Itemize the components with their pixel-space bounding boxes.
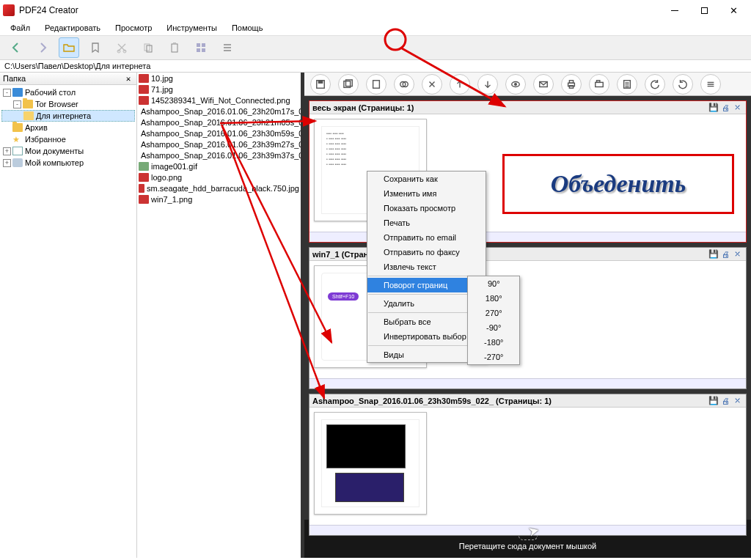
doc-print-icon[interactable]: 🖨 <box>719 395 731 407</box>
tree-node[interactable]: Для интернета <box>1 110 135 122</box>
menu-help[interactable]: Помощь <box>224 22 271 34</box>
context-item[interactable]: Извлечь текст <box>367 259 486 274</box>
save-all-icon[interactable] <box>338 74 359 95</box>
doc-close-icon[interactable]: ⤫ <box>731 102 743 114</box>
move-down-icon[interactable] <box>477 74 498 95</box>
context-item[interactable]: Отправить по email <box>367 230 486 245</box>
fax-icon[interactable] <box>589 74 609 95</box>
merge-icon[interactable] <box>394 74 414 95</box>
file-row[interactable]: image001.gif <box>137 161 301 172</box>
rotate-option[interactable]: 180° <box>468 291 519 306</box>
redo-icon[interactable] <box>673 74 693 95</box>
rotate-option[interactable]: -180° <box>468 335 519 350</box>
paste-button[interactable] <box>164 37 185 58</box>
menu-edit[interactable]: Редактировать <box>37 22 108 34</box>
undo-icon[interactable] <box>645 74 665 95</box>
rotate-option[interactable]: 270° <box>468 306 519 320</box>
tree-node[interactable]: +Мои документы <box>1 145 135 157</box>
file-row[interactable]: 1452389341_Wifi_Not_Connected.png <box>137 95 301 106</box>
minimize-button[interactable] <box>660 1 689 20</box>
page-thumbnail[interactable] <box>314 412 427 515</box>
svg-rect-6 <box>197 43 200 47</box>
svg-rect-5 <box>173 43 176 45</box>
tree-node-label: Для интернета <box>36 111 91 120</box>
doc-scrollbar[interactable] <box>309 378 746 388</box>
list-button[interactable] <box>217 37 238 58</box>
rotate-submenu[interactable]: 90°180°270°-90°-180°-270° <box>467 276 520 365</box>
preview-icon[interactable] <box>505 74 526 95</box>
file-name: Ashampoo_Snap_2016.01.06_23h39m37s_044_.… <box>141 151 301 160</box>
context-item[interactable]: Показать просмотр <box>367 201 486 215</box>
delete-icon[interactable] <box>422 74 442 95</box>
tree-node-label: Избранное <box>25 135 66 144</box>
rotate-option[interactable]: 90° <box>468 276 519 291</box>
menu-file[interactable]: Файл <box>3 22 37 34</box>
file-type-icon <box>139 96 149 105</box>
doc-print-icon[interactable]: 🖨 <box>719 102 731 114</box>
maximize-button[interactable] <box>689 1 719 20</box>
context-item[interactable]: Отправить по факсу <box>367 245 486 259</box>
file-row[interactable]: sm.seagate_hdd_barracuda_black.750.jpg <box>137 183 301 194</box>
file-row[interactable]: Ashampoo_Snap_2016.01.06_23h20m17s_017_.… <box>137 106 301 117</box>
svg-rect-8 <box>197 48 200 52</box>
move-up-icon[interactable] <box>450 74 470 95</box>
context-item[interactable]: Сохранить как <box>367 172 486 186</box>
folder-icon <box>23 100 33 108</box>
tree-node[interactable]: -Рабочий стол <box>1 86 135 98</box>
settings-icon[interactable] <box>700 74 721 95</box>
file-name: logo.png <box>151 173 182 182</box>
menu-view[interactable]: Просмотр <box>108 22 159 34</box>
bookmark-button[interactable] <box>85 37 106 58</box>
doc-print-icon[interactable]: 🖨 <box>719 248 731 260</box>
file-row[interactable]: win7_1.png <box>137 194 301 205</box>
folderopen-icon <box>23 111 34 120</box>
file-row[interactable]: 10.jpg <box>137 73 301 84</box>
tree-node[interactable]: -Tor Browser <box>1 98 135 110</box>
tree-node[interactable]: Архив <box>1 122 135 133</box>
context-item[interactable]: Изменить имя <box>367 186 486 201</box>
file-row[interactable]: Ashampoo_Snap_2016.01.06_23h39m27s_042_.… <box>137 139 301 150</box>
close-button[interactable] <box>719 1 748 20</box>
save-icon[interactable] <box>310 74 331 95</box>
file-row[interactable]: Ashampoo_Snap_2016.01.06_23h39m37s_044_.… <box>137 150 301 161</box>
tree-node[interactable]: +Мой компьютер <box>1 157 135 169</box>
document-panel[interactable]: Ashampoo_Snap_2016.01.06_23h30m59s_022_ … <box>309 394 747 536</box>
doc-close-icon[interactable]: ⤫ <box>731 248 743 260</box>
svg-rect-21 <box>569 80 573 83</box>
file-type-icon <box>139 162 149 171</box>
nav-forward-button[interactable] <box>32 37 53 58</box>
grid-button[interactable] <box>191 37 211 58</box>
file-type-icon <box>139 173 149 182</box>
svg-rect-22 <box>569 85 573 88</box>
open-folder-button[interactable] <box>59 37 79 58</box>
copy-button[interactable] <box>138 37 158 58</box>
menu-bar: Файл Редактировать Просмотр Инструменты … <box>0 21 751 35</box>
file-list[interactable]: 10.jpg71.jpg1452389341_Wifi_Not_Connecte… <box>137 73 301 558</box>
main-toolbar <box>0 35 751 60</box>
doc-save-icon[interactable]: 💾 <box>708 248 719 260</box>
email-icon[interactable] <box>533 74 554 95</box>
tree-node-label: Архив <box>25 123 48 132</box>
folder-tree[interactable]: -Рабочий стол-Tor BrowserДля интернетаАр… <box>0 85 136 170</box>
doc-save-icon[interactable]: 💾 <box>708 102 719 114</box>
nav-back-button[interactable] <box>6 37 26 58</box>
context-item[interactable]: Печать <box>367 215 486 230</box>
doc-save-icon[interactable]: 💾 <box>708 395 719 407</box>
print-icon[interactable] <box>561 74 582 95</box>
tree-close-button[interactable]: ✕ <box>123 74 133 84</box>
file-row[interactable]: 71.jpg <box>137 84 301 95</box>
calc-icon[interactable] <box>617 74 637 95</box>
file-row[interactable]: Ashampoo_Snap_2016.01.06_23h30m59s_022_.… <box>137 128 301 139</box>
rotate-option[interactable]: -90° <box>468 320 519 335</box>
file-row[interactable]: logo.png <box>137 172 301 183</box>
file-name: 1452389341_Wifi_Not_Connected.png <box>151 96 290 105</box>
new-doc-icon[interactable] <box>366 74 387 95</box>
doc-close-icon[interactable]: ⤫ <box>731 395 743 407</box>
file-name: Ashampoo_Snap_2016.01.06_23h39m27s_042_.… <box>141 140 301 149</box>
current-path: C:\Users\Павел\Desktop\Для интернета <box>0 60 751 73</box>
menu-tools[interactable]: Инструменты <box>159 22 224 34</box>
rotate-option[interactable]: -270° <box>468 350 519 364</box>
file-row[interactable]: Ashampoo_Snap_2016.01.06_23h21m05s_018_.… <box>137 117 301 128</box>
cut-button[interactable] <box>111 37 132 58</box>
tree-node[interactable]: Избранное <box>1 133 135 145</box>
